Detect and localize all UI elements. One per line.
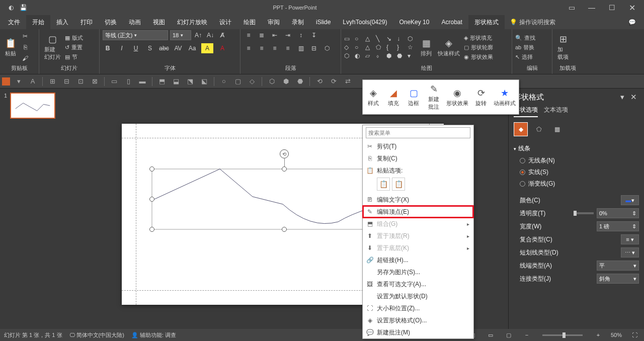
text-direction-icon[interactable]: ↧ (309, 30, 319, 40)
font-name-combo[interactable]: 等线 (正文)▾ (103, 30, 168, 40)
fill-line-tab-icon[interactable]: ◆ (514, 122, 528, 136)
autosave-icon[interactable]: ◐ (6, 3, 16, 13)
menu-size-position[interactable]: ⛶大小和位置(Z)... (363, 302, 473, 314)
highlight-button[interactable]: A (201, 43, 213, 53)
tell-me[interactable]: 💡操作说明搜索 (505, 15, 560, 29)
align-icon[interactable]: ⊞ (47, 76, 58, 87)
zoom-in-icon[interactable]: + (593, 330, 604, 339)
qat-dropdown-icon[interactable]: ▾ (13, 76, 24, 87)
tab-view[interactable]: 视图 (147, 15, 171, 29)
paste-option-1[interactable]: 📋 (377, 178, 390, 191)
shadow-button[interactable]: S (145, 43, 155, 53)
clear-format-icon[interactable]: A̸ (217, 30, 227, 40)
font-size-combo[interactable]: 18▾ (170, 30, 191, 40)
distribute-icon[interactable]: ▯ (123, 76, 134, 87)
close-icon[interactable]: ✕ (622, 0, 642, 15)
shape-icon[interactable]: ◇ (247, 76, 258, 87)
select-button[interactable]: ↖选择 (515, 53, 535, 61)
cut-icon[interactable]: ✂ (20, 31, 30, 41)
addins-button[interactable]: ⊞加 载项 (555, 33, 571, 62)
radio-gradient-line[interactable]: 渐变线(G) (514, 178, 639, 190)
tab-insert[interactable]: 插入 (50, 15, 74, 29)
zoom-out-icon[interactable]: − (521, 330, 532, 339)
indent-inc-icon[interactable]: ⇥ (283, 30, 293, 40)
menu-copy[interactable]: ⎘复制(C) (363, 152, 473, 164)
shape-icon[interactable]: ▢ (232, 76, 244, 87)
numbering-icon[interactable]: ≣ (257, 30, 267, 40)
resize-handle[interactable] (282, 227, 287, 232)
shape-icon[interactable]: ○ (218, 76, 229, 87)
align-left-icon[interactable]: ≡ (244, 43, 254, 53)
shapes-gallery[interactable]: ▭○△╲↘↓⬡ ◇○△⬠{}☆ ⬡◐▱⬨⬢⬣▾ (344, 35, 417, 59)
minimize-icon[interactable]: — (582, 0, 602, 15)
tab-home[interactable]: 开始 (26, 15, 50, 29)
menu-edit-points[interactable]: ✎编辑顶点(E) (363, 206, 473, 218)
transparency-slider[interactable] (574, 212, 594, 214)
pane-close-icon[interactable]: ✕ (628, 93, 639, 102)
tab-file[interactable]: 文件 (2, 15, 26, 29)
merge-icon[interactable]: ⬣ (294, 76, 305, 87)
resize-handle[interactable] (149, 197, 154, 202)
mini-effects-button[interactable]: ◉形状效果 (444, 81, 470, 113)
save-icon[interactable]: 💾 (18, 3, 28, 13)
align-icon[interactable]: ⊟ (61, 76, 72, 87)
effects-tab-icon[interactable]: ⬠ (532, 122, 546, 136)
tab-draw[interactable]: 绘图 (237, 15, 262, 29)
language-indicator[interactable]: 🖵 简体中文(中国大陆) (69, 331, 124, 339)
tab-animation[interactable]: 动画 (123, 15, 147, 29)
tab-record[interactable]: 录制 (286, 15, 310, 29)
menu-cut[interactable]: ✂剪切(T) (363, 140, 473, 152)
zoom-level[interactable]: 50% (611, 332, 622, 338)
menu-group[interactable]: ⬒组合(G)▸ (363, 218, 473, 230)
mini-anim-button[interactable]: ★动画样式 (492, 81, 518, 113)
compound-picker[interactable]: ≡ ▾ (621, 234, 639, 244)
decrease-font-icon[interactable]: A↓ (205, 30, 215, 40)
zoom-slider[interactable] (542, 334, 583, 336)
tab-shape-format[interactable]: 形状格式 (468, 15, 505, 29)
tab-transition[interactable]: 切换 (99, 15, 123, 29)
arrange-button[interactable]: ▦排列 (419, 37, 434, 58)
rotate-icon[interactable]: ⟲ (314, 76, 325, 87)
reading-view-icon[interactable]: ▭ (485, 330, 496, 339)
menu-hyperlink[interactable]: 🔗超链接(H)... (363, 254, 473, 266)
format-painter-icon[interactable]: 🖌 (20, 53, 30, 63)
accessibility-indicator[interactable]: 👤 辅助功能: 调查 (131, 331, 176, 339)
mini-comment-button[interactable]: ✎新建 批注 (424, 81, 443, 113)
merge-icon[interactable]: ⬡ (266, 76, 277, 87)
copy-icon[interactable]: ⎘ (20, 42, 30, 52)
tab-print[interactable]: 打印 (74, 15, 99, 29)
tab-lvyh[interactable]: LvyhTools(0429) (337, 15, 393, 29)
case-button[interactable]: Aa (187, 43, 197, 53)
menu-set-default[interactable]: 设置为默认形状(D) (363, 290, 473, 302)
strike-button[interactable]: abc (159, 43, 169, 53)
bold-button[interactable]: B (103, 43, 113, 53)
color-picker[interactable]: ▬ ▾ (621, 195, 639, 205)
distribute-icon[interactable]: ▬ (137, 76, 148, 87)
menu-save-picture[interactable]: 另存为图片(S)... (363, 266, 473, 278)
align-center-icon[interactable]: ≡ (257, 43, 267, 53)
menu-format-shape[interactable]: ◈设置形状格式(O)... (363, 314, 473, 326)
font-color-button[interactable]: A (217, 43, 227, 53)
replace-button[interactable]: ab替换 (515, 44, 535, 51)
maximize-icon[interactable]: ☐ (602, 0, 622, 15)
rotate-icon[interactable]: ⟳ (328, 76, 339, 87)
resize-handle[interactable] (149, 166, 154, 172)
paste-button[interactable]: 📋粘贴 (3, 37, 18, 58)
tab-acrobat[interactable]: Acrobat (435, 15, 468, 29)
new-slide-button[interactable]: ▢新建 幻灯片 (42, 33, 63, 62)
tab-design[interactable]: 设计 (213, 15, 237, 29)
resize-handle[interactable] (282, 166, 287, 172)
layout-button[interactable]: ▦版式 (65, 34, 83, 42)
indent-dec-icon[interactable]: ⇤ (270, 30, 280, 40)
thumbnail-1[interactable]: 1 (4, 93, 66, 119)
dash-picker[interactable]: ⋯ ▾ (621, 247, 639, 258)
size-tab-icon[interactable]: ▦ (550, 122, 564, 136)
quick-styles-button[interactable]: ◈快速样式 (436, 37, 462, 58)
rotation-handle[interactable]: ⟲ (280, 149, 289, 158)
join-picker[interactable]: 斜角▾ (597, 274, 639, 284)
smartart-icon[interactable]: ⬡ (322, 43, 332, 53)
cap-picker[interactable]: 平▾ (597, 261, 639, 271)
radio-solid-line[interactable]: 实线(S) (514, 166, 639, 178)
spacing-button[interactable]: AV (173, 43, 183, 53)
text-color-icon[interactable]: A (27, 76, 38, 87)
